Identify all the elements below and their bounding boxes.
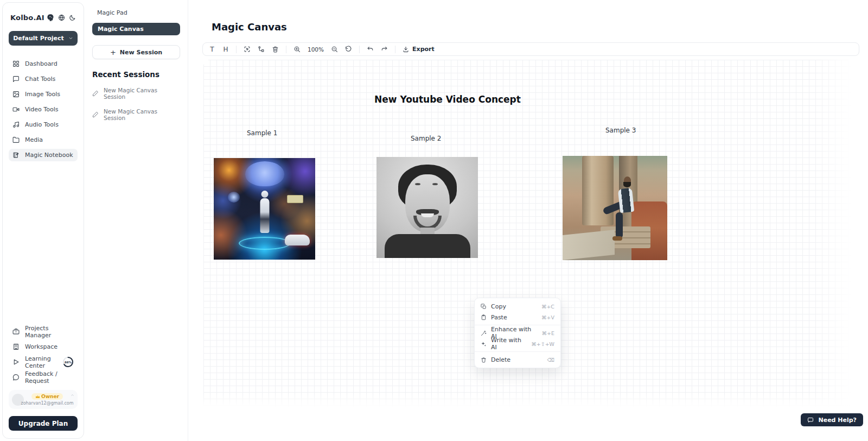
sidebar-item-learning-center[interactable]: Learning Center 66% [9,356,78,368]
sparkles-icon [481,341,487,347]
brand-row: Kolbo.AI [9,14,78,22]
sample-1-image[interactable] [214,158,315,260]
context-menu-delete[interactable]: Delete ⌫ [475,354,560,365]
crown-icon [35,394,40,399]
ruins-pillar-graphic [582,156,614,225]
chevron-down-icon [68,36,73,41]
project-selector-label: Default Project [13,35,64,42]
sidebar-item-label: Image Tools [25,91,60,98]
sidebar-item-media[interactable]: Media [9,134,78,146]
portrait-shoulders-graphic [385,234,470,258]
context-menu-shortcut: ⌫ [547,357,554,363]
new-session-button[interactable]: + New Session [92,45,180,59]
sidebar-item-magic-notebook[interactable]: Magic Notebook [9,149,78,161]
sidebar-item-label: Media [25,136,43,143]
ai-robot-graphic [261,191,268,198]
recent-session-label: New Magic Canvas Session [104,87,180,100]
sidebar-item-label: Learning Center [25,355,57,369]
image-icon [12,91,20,98]
toolbar-divider [286,46,286,53]
user-card[interactable]: Owner zoharvan12@gmail.com [9,390,78,409]
sidebar-item-projects-manager[interactable]: Projects Manager [9,325,78,338]
recent-session-item[interactable]: New Magic Canvas Session [92,108,180,121]
ai-brain-graphic [245,161,284,186]
delete-tool-button[interactable] [272,46,279,53]
sample-1-label[interactable]: Sample 1 [247,129,277,137]
context-menu-copy[interactable]: Copy ⌘+C [475,301,560,312]
sidebar-item-label: Video Tools [25,106,58,113]
context-menu-shortcut: ⌘+V [541,314,554,320]
heading-tool-button[interactable]: H [222,46,229,53]
brand: Kolbo.AI [10,14,55,22]
magic-wand-icon [481,330,487,336]
folder-icon [12,136,20,143]
context-menu-shortcut: ⌘+E [542,330,554,336]
man-shoe-graphic [612,236,622,241]
plus-icon: + [110,48,116,56]
feedback-bubble-icon [12,374,20,381]
music-note-icon [12,121,20,128]
sidebar-item-label: Audio Tools [25,121,59,128]
reset-view-button[interactable] [345,46,352,53]
sidebar-item-chat-tools[interactable]: Chat Tools [9,73,78,85]
connector-tool-button[interactable] [258,46,265,53]
select-tool-button[interactable] [244,46,251,53]
sessions-item-magic-pad[interactable]: Magic Pad [92,8,180,23]
ai-money-graphic [287,195,303,203]
export-label: Export [412,46,435,53]
sidebar-item-image-tools[interactable]: Image Tools [9,88,78,100]
recent-session-item[interactable]: New Magic Canvas Session [92,87,180,100]
sidebar-item-label: Projects Manager [25,325,74,339]
learning-progress-ring: 66% [62,356,74,368]
canvas-heading-text[interactable]: New Youtube Video Concept [374,94,521,105]
zoom-level-value[interactable]: 100% [308,46,324,53]
brand-name: Kolbo.AI [10,14,44,22]
sidebar-item-audio-tools[interactable]: Audio Tools [9,118,78,131]
sidebar-item-dashboard[interactable]: Dashboard [9,58,78,70]
context-menu-label: Paste [491,314,507,321]
context-menu-shortcut: ⌘+C [541,304,554,310]
portrait-smile-graphic [421,213,434,217]
notebook-pen-icon [12,152,20,159]
sample-3-label[interactable]: Sample 3 [605,127,636,134]
sidebar-item-video-tools[interactable]: Video Tools [9,103,78,116]
sidebar-spacer [9,161,78,313]
context-menu-write-with-ai[interactable]: Write with AI ⌘+⇧+W [475,338,560,349]
context-menu-paste[interactable]: Paste ⌘+V [475,312,560,323]
sessions-panel: Magic Pad Magic Canvas + New Session Rec… [85,0,188,441]
trash-icon [481,357,487,363]
ai-heart-graphic [228,192,240,203]
canvas-workspace[interactable]: New Youtube Video Concept Sample 1 Sampl… [203,60,859,407]
text-tool-button[interactable]: T [209,46,215,53]
sample-2-image[interactable] [376,157,478,258]
sidebar-item-label: Magic Notebook [25,152,73,159]
briefcase-icon [12,328,20,335]
ai-head-icon [47,14,55,22]
need-help-button[interactable]: Need Help? [801,413,863,426]
help-chat-icon [807,417,814,423]
sidebar-item-workspace[interactable]: Workspace [9,341,78,353]
toolbar-divider [359,46,360,53]
dark-mode-moon-icon[interactable] [69,14,76,21]
zoom-in-button[interactable] [293,46,301,53]
globe-icon[interactable] [58,14,65,21]
undo-button[interactable] [367,46,374,53]
upgrade-plan-button[interactable]: Upgrade Plan [9,416,78,431]
recent-sessions-heading: Recent Sessions [92,70,180,79]
sidebar-item-feedback[interactable]: Feedback / Request [9,371,78,383]
clipboard-icon [481,314,487,320]
toolbar-divider [236,46,237,53]
export-button[interactable]: Export [403,46,435,53]
project-selector[interactable]: Default Project [9,31,78,46]
sessions-item-magic-canvas[interactable]: Magic Canvas [92,23,180,35]
context-menu: Copy ⌘+C Paste ⌘+V Enhance with AI ⌘+E [474,298,561,368]
upgrade-plan-label: Upgrade Plan [18,420,68,427]
new-session-label: New Session [120,49,162,56]
sample-3-image[interactable] [563,156,667,260]
sample-2-label[interactable]: Sample 2 [411,135,441,142]
sidebar-item-label: Workspace [25,343,58,350]
zoom-out-button[interactable] [331,46,338,53]
man-leg-graphic [616,212,623,238]
learning-progress-value: 66% [62,356,74,368]
redo-button[interactable] [381,46,388,53]
